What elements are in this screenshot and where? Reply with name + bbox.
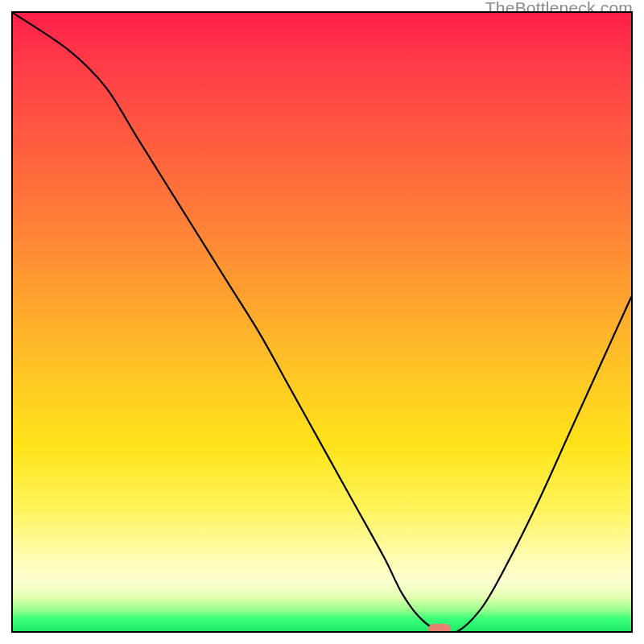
optimal-point-marker bbox=[428, 624, 451, 633]
plot-area bbox=[11, 11, 633, 633]
curve-layer bbox=[13, 13, 631, 631]
bottleneck-chart: TheBottleneck.com bbox=[0, 0, 644, 644]
bottleneck-curve-path bbox=[13, 13, 631, 631]
